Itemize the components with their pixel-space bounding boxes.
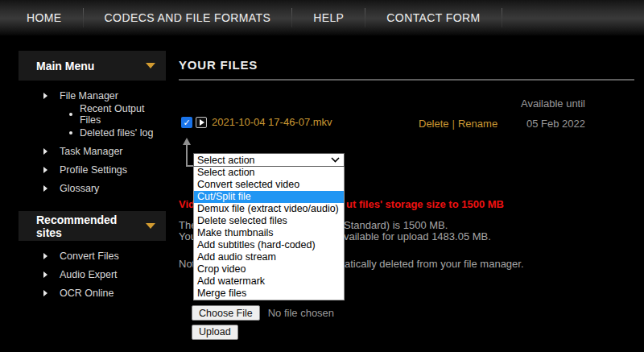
caret-down-icon	[146, 63, 155, 68]
storage-alert-left: Vid	[179, 198, 195, 210]
arrow-right-icon	[43, 271, 47, 278]
action-option-demux-file-extract-video-audio[interactable]: Demux file (extract video/audio)	[194, 203, 344, 215]
nav-item-contact-form[interactable]: CONTACT FORM	[382, 11, 485, 24]
arrow-right-icon	[43, 253, 47, 259]
sidebar-header-title: Main Menu	[36, 60, 94, 72]
file-name-link[interactable]: 2021-10-04 17-46-07.mkv	[212, 116, 332, 128]
top-nav: HOMECODECS AND FILE FORMATSHELPCONTACT F…	[0, 0, 644, 36]
sidebar-item-convert-files[interactable]: Convert Files	[19, 246, 166, 265]
play-triangle-icon	[200, 119, 204, 126]
arrow-right-icon	[43, 93, 47, 99]
action-option-add-watermark[interactable]: Add watermark	[194, 275, 344, 288]
nav-item-codecs-and-file-formats[interactable]: CODECS AND FILE FORMATS	[100, 11, 276, 24]
connector-line-vertical	[186, 145, 188, 167]
file-row: ✓ 2021-10-04 17-46-07.mkv	[181, 116, 332, 128]
sidebar-subitem-deleted-files-log[interactable]: Deleted files' log	[19, 123, 166, 142]
action-option-convert-selected-video[interactable]: Convert selected video	[194, 179, 344, 191]
connector-arrow-up-icon	[183, 138, 191, 145]
play-icon[interactable]	[196, 117, 207, 128]
sidebar-item-label: Task Manager	[60, 146, 123, 157]
storage-line1-right: Standard) is 1500 MB.	[344, 219, 448, 231]
choose-file-button[interactable]: Choose File	[192, 305, 260, 321]
sidebar-header-recommended-sites[interactable]: Recommended sites	[19, 211, 166, 241]
action-option-delete-selected-files[interactable]: Delete selected files	[194, 215, 344, 227]
page-title: YOUR FILES	[179, 58, 634, 81]
action-select-value: Select action	[197, 155, 255, 166]
link-separator: |	[449, 118, 458, 130]
sidebar-header-main-menu[interactable]: Main Menu	[19, 51, 166, 81]
bullet-icon	[69, 113, 72, 116]
sidebar-subitem-label: Recent Output Files	[80, 103, 166, 126]
file-row-actions: Delete|Rename	[419, 118, 497, 130]
bullet-icon	[69, 131, 72, 135]
file-input-row: Choose File No file chosen	[192, 305, 334, 321]
sidebar-item-ocr-online[interactable]: OCR Online	[19, 284, 166, 302]
chevron-down-icon	[331, 157, 340, 163]
sidebar-menu: File ManagerRecent Output FilesDeleted f…	[19, 81, 166, 197]
arrow-right-icon	[43, 167, 47, 173]
sidebar-item-label: File Manager	[60, 90, 118, 101]
action-option-merge-files[interactable]: Merge files	[194, 288, 344, 300]
sidebar-header-title: Recommended sites	[36, 213, 146, 239]
action-option-add-subtitles-hard-coded[interactable]: Add subtitles (hard-coded)	[194, 239, 344, 251]
action-option-cut-split-file[interactable]: Cut/Split file	[194, 191, 344, 203]
sidebar-item-label: OCR Online	[60, 288, 114, 299]
sidebar-item-task-manager[interactable]: Task Manager	[19, 142, 166, 160]
nav-item-home[interactable]: HOME	[22, 11, 67, 24]
nav-separator	[83, 8, 84, 27]
sidebar-subitem-label: Deleted files' log	[80, 127, 153, 139]
action-dropdown-list: Select actionConvert selected videoCut/S…	[193, 167, 345, 300]
nav-separator	[365, 8, 365, 27]
upload-button[interactable]: Upload	[192, 325, 238, 340]
sidebar-subitem-recent-output-files[interactable]: Recent Output Files	[19, 105, 166, 123]
sidebar-item-label: Convert Files	[60, 251, 119, 262]
action-option-make-thumbnails[interactable]: Make thumbnails	[194, 227, 344, 239]
available-until-label: Available until	[521, 97, 585, 110]
action-option-select-action[interactable]: Select action	[194, 167, 344, 179]
note-line-right: atically deleted from your file manager.	[345, 258, 524, 270]
nav-separator	[291, 8, 292, 27]
sidebar-item-label: Audio Expert	[60, 269, 118, 280]
arrow-right-icon	[43, 185, 47, 192]
action-select[interactable]: Select action	[193, 153, 345, 167]
no-file-chosen-text: No file chosen	[268, 307, 334, 319]
sidebar-item-audio-expert[interactable]: Audio Expert	[19, 265, 166, 284]
caret-down-icon	[146, 223, 155, 229]
sidebar-item-profile-settings[interactable]: Profile Settings	[19, 160, 166, 179]
sidebar-item-glossary[interactable]: Glossary	[19, 179, 166, 197]
sidebar-item-label: Profile Settings	[60, 164, 127, 176]
file-available-until-date: 05 Feb 2022	[526, 118, 585, 130]
arrow-right-icon	[43, 290, 47, 296]
rename-link[interactable]: Rename	[458, 118, 497, 130]
storage-alert-right: ut files' storage size to 1500 MB	[346, 198, 504, 210]
sidebar-item-label: Glossary	[60, 183, 99, 194]
arrow-right-icon	[43, 148, 47, 155]
delete-link[interactable]: Delete	[419, 118, 449, 130]
nav-separator	[502, 8, 502, 27]
nav-item-help[interactable]: HELP	[308, 11, 349, 24]
file-checkbox[interactable]: ✓	[181, 117, 192, 128]
storage-line2-right: vailable for upload 1483.05 MB.	[344, 230, 491, 242]
sidebar-menu: Convert FilesAudio ExpertOCR Online	[19, 241, 166, 302]
action-option-add-audio-stream[interactable]: Add audio stream	[194, 251, 344, 263]
sidebar: Main MenuFile ManagerRecent Output Files…	[19, 51, 166, 302]
action-option-crop-video[interactable]: Crop video	[194, 263, 344, 275]
